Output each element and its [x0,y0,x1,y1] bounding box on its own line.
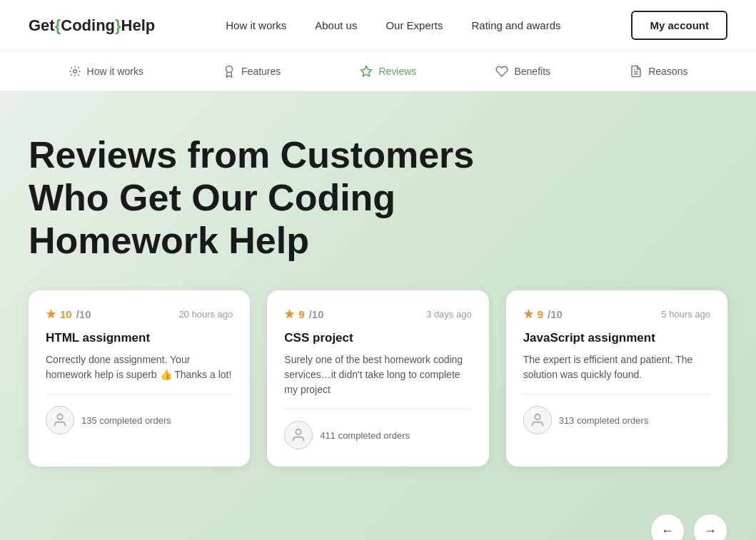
review-card-2: ★ 9 /10 3 days ago CSS project Surely on… [267,290,488,467]
card-body-1: Correctly done assignment. Your homework… [46,352,233,382]
rating-total-1: /10 [76,308,91,320]
gear-icon [69,65,81,78]
award-icon [223,65,236,78]
card-footer-2: 411 completed orders [284,421,471,449]
hero-section: Reviews from Customers Who Get Our Codin… [0,91,756,540]
card-divider-2 [284,409,471,409]
card-footer-1: 135 completed orders [46,406,233,434]
avatar-1 [46,406,74,434]
svg-marker-2 [361,66,372,76]
star-icon-1: ★ [46,307,56,321]
card-divider-1 [46,394,233,394]
prev-arrow-button[interactable]: ← [650,514,685,540]
card-body-3: The expert is efficient and patient. The… [523,352,710,382]
nav-rating-awards[interactable]: Rating and awards [471,19,560,31]
card-header-1: ★ 10 /10 20 hours ago [46,307,233,321]
logo-brace-close: } [115,16,121,35]
subnav-label-how-it-works: How it works [87,66,143,77]
completed-orders-3: 313 completed orders [559,415,649,426]
subnav-label-reasons: Reasons [648,66,687,77]
rating-total-2: /10 [309,308,324,320]
completed-orders-1: 135 completed orders [81,415,171,426]
time-ago-1: 20 hours ago [178,309,233,320]
time-ago-2: 3 days ago [426,309,472,320]
my-account-button[interactable]: My account [631,11,727,40]
subnav-reasons[interactable]: Reasons [630,65,687,78]
avatar-3 [523,406,552,434]
rating-badge-2: ★ 9 /10 [284,307,323,321]
subnav-reviews[interactable]: Reviews [360,65,416,78]
next-arrow-button[interactable]: → [693,514,727,540]
svg-point-6 [296,429,301,434]
rating-total-3: /10 [548,308,563,320]
reviews-container: ★ 10 /10 20 hours ago HTML assignment Co… [29,290,727,467]
subnav-benefits[interactable]: Benefits [495,65,550,78]
svg-point-1 [226,66,233,72]
logo-brace-open: { [55,16,61,35]
star-icon [360,65,373,78]
subnav-label-features: Features [241,66,281,77]
rating-num-1: 10 [60,308,72,320]
rating-badge-1: ★ 10 /10 [46,307,91,321]
subnav-features[interactable]: Features [223,65,281,78]
subnav-label-reviews: Reviews [378,66,416,77]
rating-badge-3: ★ 9 /10 [523,307,563,321]
logo-text-help: Help [121,16,156,35]
heart-icon [495,65,508,78]
card-title-2: CSS project [284,331,471,345]
nav-our-experts[interactable]: Our Experts [385,19,443,31]
logo[interactable]: Get{Coding}Help [29,16,155,35]
card-title-1: HTML assignment [46,331,233,345]
card-divider-3 [523,394,710,394]
top-header: Get{Coding}Help How it works About us Ou… [0,0,756,51]
top-navigation: How it works About us Our Experts Rating… [226,19,560,31]
star-icon-3: ★ [523,307,533,321]
svg-point-7 [535,414,540,419]
star-icon-2: ★ [284,307,294,321]
hero-title: Reviews from Customers Who Get Our Codin… [29,134,528,262]
rating-num-2: 9 [298,308,304,320]
nav-how-it-works[interactable]: How it works [226,19,286,31]
completed-orders-2: 411 completed orders [320,430,410,441]
rating-num-3: 9 [538,308,543,320]
logo-text-get: Get [29,16,55,35]
nav-arrows: ← → [650,514,727,540]
subnav-how-it-works[interactable]: How it works [69,65,143,78]
svg-point-5 [57,414,62,419]
subnav-label-benefits: Benefits [514,66,550,77]
avatar-2 [284,421,313,449]
nav-about-us[interactable]: About us [315,19,357,31]
card-title-3: JavaScript assignment [523,331,710,345]
logo-text-coding: Coding [61,16,115,35]
card-header-3: ★ 9 /10 5 hours ago [523,307,710,321]
review-card-3: ★ 9 /10 5 hours ago JavaScript assignmen… [506,290,727,467]
sub-navigation: How it works Features Reviews Benefits [0,51,756,91]
document-icon [630,65,642,78]
svg-point-0 [73,69,76,73]
card-body-2: Surely one of the best homework coding s… [284,352,471,397]
card-footer-3: 313 completed orders [523,406,710,434]
review-card-1: ★ 10 /10 20 hours ago HTML assignment Co… [29,290,250,467]
card-header-2: ★ 9 /10 3 days ago [284,307,471,321]
time-ago-3: 5 hours ago [661,309,710,320]
